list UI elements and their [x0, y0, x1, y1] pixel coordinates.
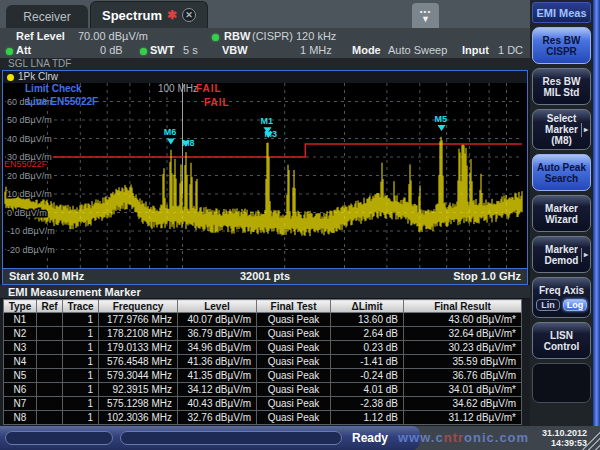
att-label: Att	[16, 44, 31, 56]
cell-frequency: 177.9766 MHz	[99, 313, 178, 327]
softkey-auto-peak-search[interactable]: Auto PeakSearch	[532, 154, 591, 191]
softkey-label: (M8)	[533, 135, 590, 146]
svg-text:M5: M5	[435, 114, 448, 124]
emi-marker-window: EMI Measurement Marker TypeRefTraceFrequ…	[0, 285, 530, 426]
marker-m5-icon	[438, 125, 446, 131]
tab-spectrum-label: Spectrum	[102, 8, 162, 23]
softkey-empty[interactable]	[532, 363, 591, 403]
chevron-down-icon: ▼	[421, 15, 430, 24]
ref-level-value[interactable]: 70.00 dBµV/m	[78, 30, 148, 42]
cell-type: N1	[4, 313, 37, 327]
softkey-label: Res BW	[533, 35, 590, 46]
softkey-res-bw-mil-std[interactable]: Res BWMIL Std	[532, 68, 591, 105]
status-field-2	[120, 431, 342, 445]
mode-value[interactable]: Auto Sweep	[388, 44, 447, 56]
cell-trace: 1	[63, 397, 99, 411]
submenu-arrow-icon: ▸	[581, 123, 588, 137]
softkey-label: Auto Peak	[533, 162, 590, 173]
softkey-label: Freq Axis	[533, 285, 590, 296]
softkey-label: Marker	[533, 203, 590, 214]
softkey-label: CISPR	[533, 46, 590, 57]
softkey-menu-title: EMI Meas	[532, 2, 591, 23]
softkey-label: Res BW	[533, 76, 590, 87]
limit-line-name: EN55022F	[4, 159, 47, 169]
table-row-n4[interactable]: N41576.4548 MHz41.36 dBµV/mQuasi Peak-1.…	[4, 355, 522, 369]
settings-header: Ref Level 70.00 dBµV/m RBW (CISPR) 120 k…	[0, 28, 530, 58]
spectrum-trace-svg: 60 dBµV/m50 dBµV/m40 dBµV/m30 dBµV/m20 d…	[3, 83, 527, 268]
swt-value[interactable]: 5 s	[183, 44, 198, 56]
tab-receiver[interactable]: Receiver	[6, 5, 88, 28]
svg-text:M6: M6	[164, 127, 177, 137]
freq-axis-option-lin[interactable]: Lin	[536, 299, 560, 311]
tab-spectrum[interactable]: Spectrum ✱ ✕	[90, 1, 208, 28]
table-row-n2[interactable]: N21178.2108 MHz36.79 dBµV/mQuasi Peak2.6…	[4, 327, 522, 341]
cell-final_test: Quasi Peak	[257, 369, 331, 383]
x-start-label[interactable]: Start 30.0 MHz	[9, 269, 84, 284]
softkey-label: MIL Std	[533, 87, 590, 98]
table-row-n6[interactable]: N6192.3915 MHz34.12 dBµV/mQuasi Peak4.01…	[4, 383, 522, 397]
table-row-n3[interactable]: N31179.0133 MHz34.96 dBµV/mQuasi Peak0.2…	[4, 341, 522, 355]
x-stop-label[interactable]: Stop 1.0 GHz	[453, 269, 521, 284]
cell-delta_limit: 13.60 dB	[331, 313, 404, 327]
unsaved-changes-icon: ✱	[167, 8, 177, 22]
instrument-screen: Receiver Spectrum ✱ ✕ ••• ▼ Ref Level 70…	[0, 0, 600, 450]
cell-trace: 1	[63, 313, 99, 327]
rbw-value[interactable]: (CISPR) 120 kHz	[252, 30, 336, 42]
softkey-lisn-control[interactable]: LISNControl	[532, 322, 591, 359]
spectrum-plot-area[interactable]: 60 dBµV/m50 dBµV/m40 dBµV/m30 dBµV/m20 d…	[3, 83, 527, 268]
cell-level: 34.12 dBµV/m	[178, 383, 257, 397]
freq-axis-toggle: LinLog	[533, 299, 590, 311]
softkey-label: Control	[533, 341, 590, 352]
softkey-select-marker[interactable]: SelectMarker(M8)▸	[532, 109, 591, 150]
cell-final_test: Quasi Peak	[257, 411, 331, 425]
limit-check-frequency: 100 MHz	[158, 83, 198, 94]
cell-ref	[37, 327, 63, 341]
cell-frequency: 179.0133 MHz	[99, 341, 178, 355]
column-header-level: Level	[178, 300, 257, 313]
toolbar-overflow-button[interactable]: ••• ▼	[412, 3, 439, 28]
cell-final_result: 32.64 dBµV/m*	[404, 327, 522, 341]
table-row-n5[interactable]: N51579.3044 MHz41.35 dBµV/mQuasi Peak-0.…	[4, 369, 522, 383]
vbw-label: VBW	[222, 44, 248, 56]
emi-marker-table: TypeRefTraceFrequencyLevelFinal TestΔLim…	[3, 299, 522, 425]
datetime-display: 31.10.2012 14:39:53	[542, 428, 587, 448]
watermark-part: ntr	[444, 430, 464, 445]
status-field-1	[5, 431, 113, 445]
softkey-freq-axis[interactable]: Freq AxisLinLog	[532, 277, 591, 318]
trace-label: 1Pk Clrw	[18, 71, 58, 83]
input-value[interactable]: 1 DC	[498, 44, 523, 56]
softkey-label: LISN	[533, 330, 590, 341]
column-header-final_result: Final Result	[404, 300, 522, 313]
freq-axis-option-log[interactable]: Log	[563, 299, 587, 311]
rbw-led-icon	[212, 34, 219, 41]
cell-level: 32.76 dBµV/m	[178, 411, 257, 425]
cell-trace: 1	[63, 341, 99, 355]
table-row-n1[interactable]: N11177.9766 MHz40.07 dBµV/mQuasi Peak13.…	[4, 313, 522, 327]
cell-type: N3	[4, 341, 37, 355]
cell-delta_limit: -2.38 dB	[331, 397, 404, 411]
input-label: Input	[462, 44, 489, 56]
vbw-value[interactable]: 1 MHz	[300, 44, 332, 56]
softkey-res-bw-cispr[interactable]: Res BWCISPR	[532, 27, 591, 64]
cell-final_test: Quasi Peak	[257, 313, 331, 327]
submenu-arrow-icon: ▸	[581, 248, 588, 262]
cell-delta_limit: -0.24 dB	[331, 369, 404, 383]
close-tab-icon[interactable]: ✕	[182, 8, 196, 22]
cell-ref	[37, 313, 63, 327]
cell-type: N8	[4, 411, 37, 425]
cell-final_result: 35.59 dBµV/m	[404, 355, 522, 369]
table-row-n8[interactable]: N81102.3036 MHz32.76 dBµV/mQuasi Peak1.1…	[4, 411, 522, 425]
cell-delta_limit: -1.41 dB	[331, 355, 404, 369]
softkey-marker-demod[interactable]: MarkerDemod▸	[532, 236, 591, 273]
spectrum-window: 1Pk Clrw 60 dBµV/m50 dBµV/m40 dBµV/m30 d…	[2, 70, 528, 285]
table-row-n7[interactable]: N71575.1298 MHz40.43 dBµV/mQuasi Peak-2.…	[4, 397, 522, 411]
softkey-marker-wizard[interactable]: MarkerWizard	[532, 195, 591, 232]
limit-line-label: Line EN55022F	[27, 96, 98, 107]
mode-label: Mode	[352, 44, 381, 56]
limit-line-result: FAIL	[204, 97, 230, 108]
cell-final_test: Quasi Peak	[257, 341, 331, 355]
att-value[interactable]: 0 dB	[100, 44, 123, 56]
cell-level: 36.79 dBµV/m	[178, 327, 257, 341]
cell-level: 41.35 dBµV/m	[178, 369, 257, 383]
cell-trace: 1	[63, 369, 99, 383]
